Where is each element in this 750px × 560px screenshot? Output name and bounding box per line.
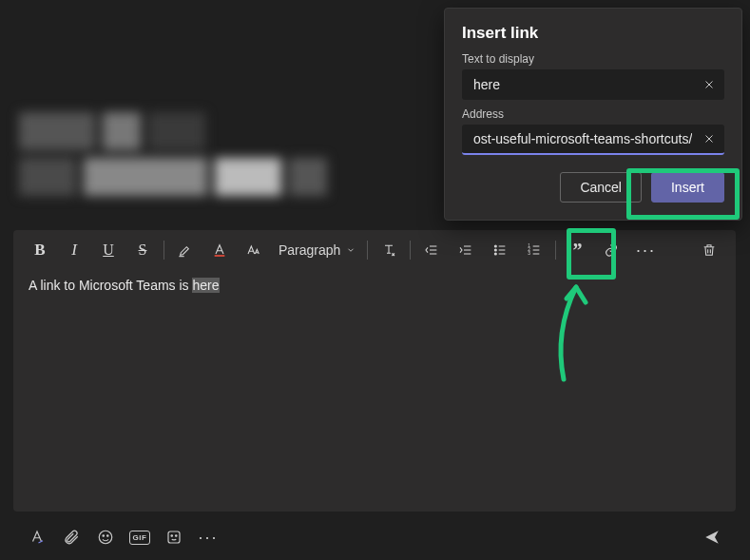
quote-button[interactable]: ” xyxy=(560,235,594,265)
editor-text: A link to Microsoft Teams is xyxy=(29,278,192,293)
paragraph-dropdown[interactable]: Paragraph xyxy=(271,235,363,265)
svg-text:3: 3 xyxy=(529,251,531,256)
format-toolbar: B I U S Paragraph xyxy=(13,230,736,270)
address-input[interactable]: ost-useful-microsoft-teams-shortcuts/ xyxy=(473,131,692,146)
dialog-actions: Cancel Insert xyxy=(462,172,724,203)
gif-button[interactable]: GIF xyxy=(129,527,150,548)
indent-button[interactable] xyxy=(449,235,483,265)
separator xyxy=(555,241,556,260)
underline-button[interactable]: U xyxy=(91,235,125,265)
sticker-button[interactable] xyxy=(163,527,184,548)
dialog-title: Insert link xyxy=(462,24,724,43)
insert-link-dialog: Insert link Text to display Address ost-… xyxy=(444,8,742,221)
clear-formatting-button[interactable] xyxy=(372,235,406,265)
highlight-button[interactable] xyxy=(168,235,202,265)
address-field-wrap: ost-useful-microsoft-teams-shortcuts/ xyxy=(462,125,724,155)
outdent-button[interactable] xyxy=(414,235,449,265)
bulleted-list-button[interactable] xyxy=(483,235,517,265)
svg-rect-22 xyxy=(168,531,180,543)
insert-button[interactable]: Insert xyxy=(651,172,724,203)
separator xyxy=(367,241,368,260)
gif-label: GIF xyxy=(129,531,151,545)
font-size-button[interactable] xyxy=(237,235,271,265)
svg-point-21 xyxy=(107,535,109,537)
attach-button[interactable] xyxy=(61,527,82,548)
address-label: Address xyxy=(462,107,724,121)
delete-button[interactable] xyxy=(692,235,726,265)
svg-point-24 xyxy=(176,535,178,537)
more-options-button[interactable]: ··· xyxy=(628,235,663,265)
close-icon xyxy=(703,79,715,90)
app-root: B I U S Paragraph xyxy=(0,0,750,560)
separator xyxy=(163,241,164,260)
text-to-display-field-wrap xyxy=(462,69,724,100)
font-color-button[interactable] xyxy=(202,235,237,265)
strikethrough-button[interactable]: S xyxy=(125,235,160,265)
clear-address-button[interactable] xyxy=(700,129,719,148)
message-editor[interactable]: A link to Microsoft Teams is here xyxy=(13,270,736,300)
separator xyxy=(410,241,411,260)
svg-point-9 xyxy=(495,253,497,255)
svg-point-7 xyxy=(495,245,497,247)
numbered-list-button[interactable]: 123 xyxy=(517,235,551,265)
svg-point-8 xyxy=(495,249,497,251)
bold-button[interactable]: B xyxy=(23,235,57,265)
svg-point-20 xyxy=(103,535,105,537)
chevron-down-icon xyxy=(346,245,356,255)
emoji-button[interactable] xyxy=(95,527,116,548)
send-button[interactable] xyxy=(702,527,722,548)
compose-actions-bar: GIF ··· xyxy=(13,521,736,553)
svg-point-19 xyxy=(99,531,112,544)
text-to-display-label: Text to display xyxy=(462,52,724,66)
italic-button[interactable]: I xyxy=(57,235,91,265)
more-extensions-button[interactable]: ··· xyxy=(198,527,219,548)
close-icon xyxy=(703,133,715,145)
format-button[interactable] xyxy=(27,527,48,548)
paragraph-label: Paragraph xyxy=(279,242,340,258)
clear-text-button[interactable] xyxy=(700,75,719,94)
cancel-button[interactable]: Cancel xyxy=(560,172,642,203)
editor-selection: here xyxy=(192,278,219,293)
text-to-display-input[interactable] xyxy=(473,77,696,92)
svg-point-23 xyxy=(171,535,173,537)
redacted-content xyxy=(19,112,340,203)
message-composer: B I U S Paragraph xyxy=(13,230,736,512)
insert-link-button[interactable] xyxy=(594,235,628,265)
